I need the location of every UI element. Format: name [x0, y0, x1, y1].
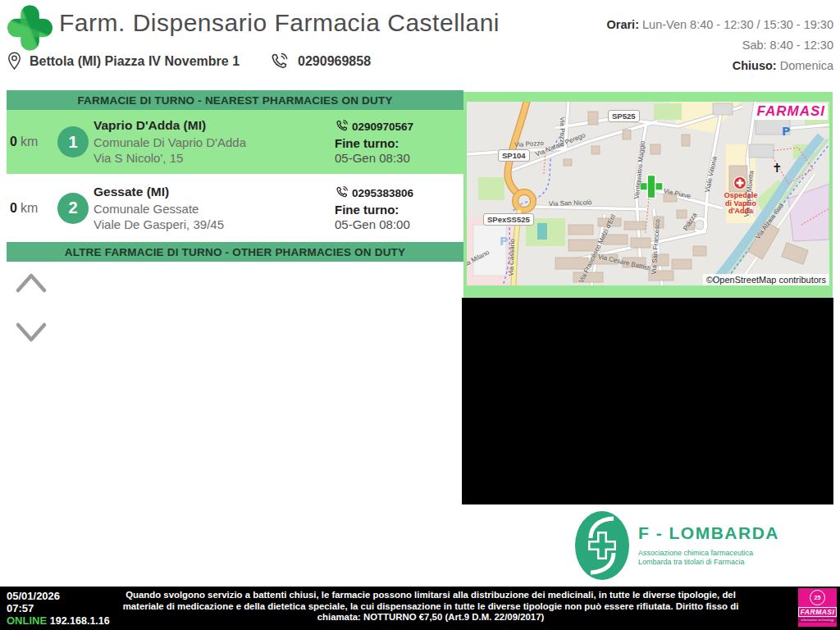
farmasi-map-watermark: FARMASI	[755, 103, 829, 120]
pharmacy-row-2[interactable]: 0km 2 Gessate (MI) Comunale Gessate Vial…	[7, 174, 463, 242]
footer-date: 05/01/2026	[7, 590, 110, 602]
map-frame: ✝ SP525 SP104 SPexSS525 Via Pozzo Via Po…	[463, 92, 833, 298]
pharmacy-street: Viale De Gasperi, 39/45	[94, 217, 224, 232]
distance-value: 0km	[10, 174, 38, 242]
pharmacy-info: Vaprio D'Adda (MI) Comunale Di Vaprio D'…	[94, 110, 246, 174]
online-status: ONLINE	[7, 614, 47, 627]
footer-bar: 05/01/2026 07:57 ONLINE 192.168.1.16 Qua…	[0, 587, 840, 630]
f-lombarda-oval-icon	[574, 510, 630, 581]
pharmacy-address: Bettola (MI) Piazza IV Novembre 1	[30, 54, 240, 69]
page-title: Farm. Dispensario Farmacia Castellani	[59, 9, 500, 37]
chevron-down-icon	[15, 322, 48, 345]
scroll-down-button[interactable]	[15, 322, 48, 347]
pharmacy-street: Via S Nicolo', 15	[94, 150, 246, 166]
pharmacy-name: Comunale Di Vaprio D'Adda	[94, 135, 246, 150]
location-row: Bettola (MI) Piazza IV Novembre 1 029096…	[7, 51, 371, 71]
farmasi-logo-name: FARMASI	[798, 607, 838, 617]
phone-icon	[335, 119, 349, 133]
rank-badge-2: 2	[57, 193, 89, 224]
pharmacy-row-1[interactable]: 0km 1 Vaprio D'Adda (MI) Comunale Di Vap…	[7, 110, 463, 174]
pharmacy-cross-logo	[7, 4, 53, 52]
fine-turno-value: 05-Gen 08:30	[335, 151, 413, 165]
farmasi-tagline: information technology	[798, 618, 837, 623]
footer-status-block: 05/01/2026 07:57 ONLINE 192.168.1.16	[7, 590, 110, 628]
video-panel	[462, 298, 833, 504]
pharmacy-city: Gessate (MI)	[94, 185, 224, 199]
kiosk-screen: Farm. Dispensario Farmacia Castellani Be…	[0, 0, 840, 630]
pharmacy-phone: 0295383806	[352, 187, 413, 199]
location-pin-icon	[7, 51, 22, 71]
pharmacy-shift-info: 0295383806 Fine turno: 05-Gen 08:00	[335, 174, 413, 242]
hospital-label: Ospedale di Vaprio d'Adda	[719, 192, 762, 216]
osm-attribution: ©OpenStreetMap contributors	[703, 274, 829, 285]
pharmacy-city: Vaprio D'Adda (MI)	[94, 118, 246, 133]
f-lombarda-subtitle: Associazione chimica farmaceutica Lombar…	[638, 549, 779, 567]
opening-hours: Orari: Lun-Ven 8:40 - 12:30 / 15:30 - 19…	[606, 15, 833, 76]
parking-icon: P	[500, 235, 508, 248]
f-lombarda-logo: F - LOMBARDA Associazione chimica farmac…	[574, 510, 779, 581]
svg-text:✝: ✝	[772, 161, 783, 176]
pharmacy-phone: 0290970567	[352, 121, 413, 133]
fine-turno-label: Fine turno:	[335, 136, 413, 150]
footer-disclaimer: Quando svolgono servizio a battenti chiu…	[115, 590, 746, 623]
road-shield-spexss525: SPexSS525	[483, 213, 534, 226]
footer-connection: ONLINE 192.168.1.16	[7, 614, 110, 628]
pharmacy-info: Gessate (MI) Comunale Gessate Viale De G…	[94, 174, 224, 242]
banner-other-on-duty: ALTRE FARMACIE DI TURNO - OTHER PHARMACI…	[7, 242, 463, 262]
hours-weekdays: Orari: Lun-Ven 8:40 - 12:30 / 15:30 - 19…	[606, 15, 833, 35]
pharmacy-phone: 0290969858	[298, 54, 371, 69]
hours-closed: Chiuso: Domenica	[606, 56, 833, 76]
road-shield-sp525: SP525	[608, 110, 640, 122]
farmasi-logo: 25 FARMASI information technology	[798, 588, 837, 627]
chevron-up-icon	[15, 271, 48, 294]
fine-turno-label: Fine turno:	[335, 203, 413, 217]
fine-turno-value: 05-Gen 08:00	[335, 217, 413, 231]
pharmacy-shift-info: 0290970567 Fine turno: 05-Gen 08:30	[335, 110, 413, 174]
street-label: Via San Nicolò	[549, 199, 592, 208]
map[interactable]: ✝ SP525 SP104 SPexSS525 Via Pozzo Via Po…	[467, 102, 829, 285]
rank-badge-1: 1	[57, 126, 89, 158]
phone-icon	[269, 52, 289, 71]
map-canvas: ✝	[467, 102, 829, 285]
parking-icon: P	[782, 125, 790, 138]
phone-icon	[335, 185, 349, 199]
footer-time: 07:57	[7, 602, 110, 614]
duty-pharmacies-panel: FARMACIE DI TURNO - NEAREST PHARMACIES O…	[7, 90, 463, 262]
distance-value: 0km	[10, 110, 38, 174]
street-label: Via Cassano	[508, 239, 517, 276]
banner-nearest-on-duty: FARMACIE DI TURNO - NEAREST PHARMACIES O…	[7, 90, 463, 110]
hours-saturday: Sab: 8:40 - 12:30	[606, 35, 833, 56]
scroll-up-button[interactable]	[15, 271, 48, 296]
pharmacy-name: Comunale Gessate	[94, 201, 224, 217]
ip-address: 192.168.1.16	[50, 615, 110, 627]
farmasi-25-badge: 25	[810, 590, 825, 605]
street-label: Via Pozzo	[514, 139, 544, 148]
road-shield-sp104: SP104	[498, 149, 530, 162]
f-lombarda-name: F - LOMBARDA	[638, 523, 779, 543]
